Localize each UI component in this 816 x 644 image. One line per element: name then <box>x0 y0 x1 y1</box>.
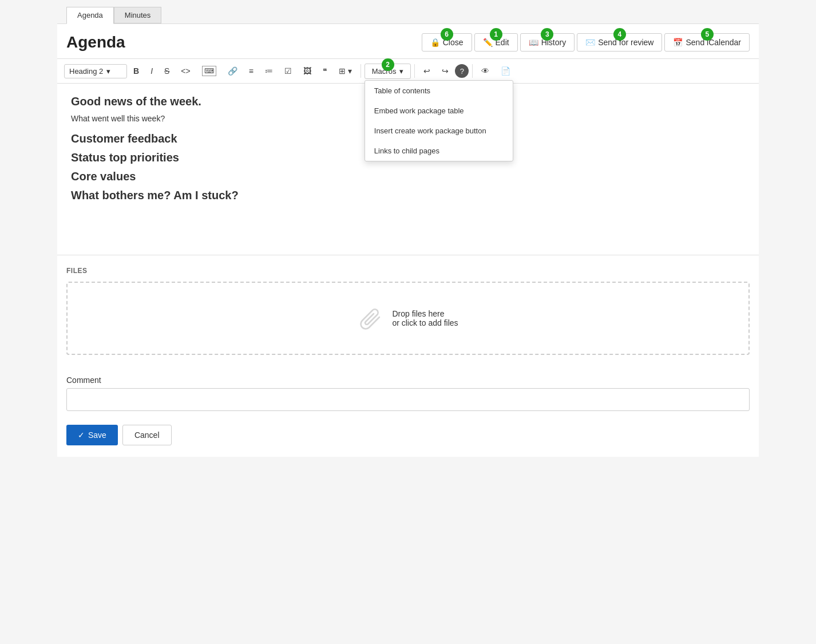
send-review-button[interactable]: 4 ✉️ Send for review <box>577 33 662 52</box>
cancel-button[interactable]: Cancel <box>122 425 172 445</box>
macro-child-pages[interactable]: Links to child pages <box>365 141 513 161</box>
header-actions: 6 🔒 Close 1 ✏️ Edit 3 📖 History 4 ✉️ Sen… <box>422 33 750 52</box>
icalendar-badge: 5 <box>701 28 714 41</box>
editor-line-5: Core values <box>71 170 745 183</box>
bold-button[interactable]: B <box>128 63 144 79</box>
tab-agenda[interactable]: Agenda <box>66 7 114 24</box>
chevron-down-icon: ▾ <box>106 67 110 76</box>
code-button[interactable]: <> <box>176 63 195 79</box>
undo-icon: ↩ <box>423 66 430 76</box>
book-icon: 📖 <box>529 38 538 47</box>
code-block-button[interactable]: ⌨ <box>197 62 221 80</box>
envelope-icon: ✉️ <box>585 38 595 47</box>
calendar-icon: 📅 <box>673 38 683 47</box>
drop-text: Drop files here or click to add files <box>392 309 458 327</box>
undo-button[interactable]: ↩ <box>418 63 435 79</box>
files-label: FILES <box>66 267 750 275</box>
heading-select[interactable]: Heading 2 ▾ <box>64 64 127 78</box>
strikethrough-button[interactable]: S <box>159 63 175 79</box>
send-review-label: Send for review <box>598 38 653 47</box>
history-button[interactable]: 3 📖 History <box>520 33 575 52</box>
macros-button[interactable]: 2 Macros ▾ <box>365 64 411 79</box>
toolbar-divider-3 <box>472 64 473 78</box>
task-list-button[interactable]: ☑ <box>279 63 297 79</box>
icalendar-button[interactable]: 5 📅 Send iCalendar <box>664 33 750 52</box>
header: Agenda 6 🔒 Close 1 ✏️ Edit 3 📖 History 4… <box>57 24 759 58</box>
italic-button[interactable]: I <box>145 63 158 79</box>
redo-icon: ↪ <box>442 66 449 76</box>
macro-wp-button[interactable]: Insert create work package button <box>365 121 513 141</box>
footer-actions: ✓ Save Cancel <box>57 418 759 457</box>
macro-toc[interactable]: Table of contents <box>365 81 513 101</box>
lock-icon: 🔒 <box>430 38 440 47</box>
save-button[interactable]: ✓ Save <box>66 425 118 445</box>
file-drop-zone[interactable]: Drop files here or click to add files <box>66 282 750 355</box>
comment-section: Comment <box>57 366 759 418</box>
macros-chevron-icon: ▾ <box>399 67 403 76</box>
history-badge: 3 <box>541 28 553 41</box>
page-wrapper: Agenda Minutes Agenda 6 🔒 Close 1 ✏️ Edi… <box>57 0 759 457</box>
toolbar-divider <box>361 64 361 78</box>
preview-button[interactable]: 👁 <box>476 63 494 79</box>
files-section: FILES Drop files here or click to add fi… <box>57 255 759 366</box>
blockquote-button[interactable]: ❝ <box>318 63 332 79</box>
help-button[interactable]: ? <box>455 64 469 78</box>
bullet-list-button[interactable]: ≡ <box>244 63 259 79</box>
comment-input[interactable] <box>66 388 750 411</box>
page-title: Agenda <box>66 33 422 52</box>
icalendar-label: Send iCalendar <box>686 38 741 47</box>
close-button[interactable]: 6 🔒 Close <box>422 33 472 52</box>
tabs-bar: Agenda Minutes <box>57 0 759 24</box>
preview-icon: 👁 <box>481 66 489 76</box>
save-label: Save <box>88 430 106 440</box>
macro-wp-table[interactable]: Embed work package table <box>365 101 513 121</box>
edit-badge: 1 <box>490 28 502 41</box>
tab-minutes[interactable]: Minutes <box>114 7 162 23</box>
edit-button[interactable]: 1 ✏️ Edit <box>474 33 518 52</box>
pencil-icon: ✏️ <box>483 38 493 47</box>
help-icon: ? <box>460 67 464 76</box>
source-button[interactable]: 📄 <box>496 63 516 79</box>
send-review-badge: 4 <box>613 28 626 41</box>
toolbar-divider-2 <box>414 64 415 78</box>
table-button[interactable]: ⊞ ▾ <box>334 63 357 79</box>
link-button[interactable]: 🔗 <box>223 63 243 79</box>
image-button[interactable]: 🖼 <box>298 63 316 79</box>
source-icon: 📄 <box>501 66 510 76</box>
editor-line-6: What bothers me? Am I stuck? <box>71 189 745 202</box>
editor-toolbar: Heading 2 ▾ B I S <> ⌨ 🔗 ≡ ≔ ☑ 🖼 ❝ ⊞ ▾ 2… <box>57 58 759 84</box>
macros-badge: 2 <box>382 58 394 71</box>
ordered-list-button[interactable]: ≔ <box>260 63 278 79</box>
paperclip-icon <box>358 306 383 331</box>
comment-label: Comment <box>66 376 750 385</box>
heading-select-value: Heading 2 <box>69 67 103 76</box>
macros-dropdown: Table of contents Embed work package tab… <box>365 80 513 161</box>
redo-button[interactable]: ↪ <box>437 63 454 79</box>
drop-line-1: Drop files here <box>392 309 458 318</box>
checkmark-icon: ✓ <box>78 430 85 440</box>
drop-line-2: or click to add files <box>392 318 458 327</box>
close-badge: 6 <box>441 28 453 41</box>
macros-wrapper: 2 Macros ▾ Table of contents Embed work … <box>365 64 411 79</box>
